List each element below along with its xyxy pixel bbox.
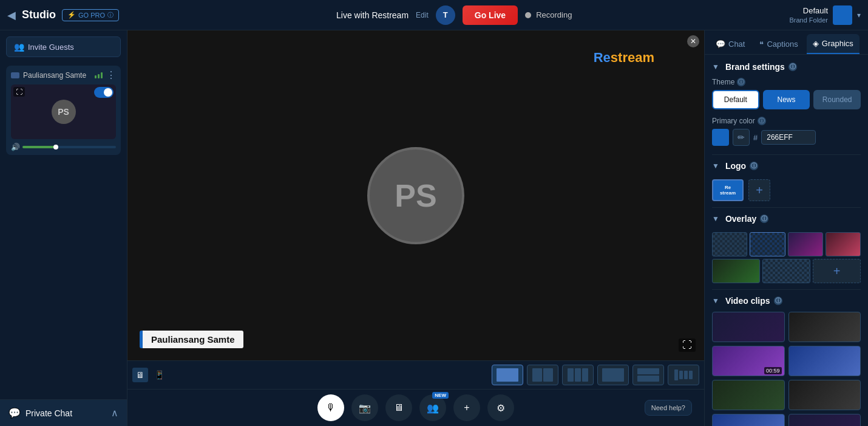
desktop-view-button[interactable]: 🖥 — [132, 368, 148, 382]
expand-button[interactable]: ⛶ — [13, 87, 25, 97]
overlay-label: Overlay — [725, 214, 756, 224]
overlay-section-title: ▼ Overlay ⓘ — [712, 214, 861, 224]
layout-block — [689, 371, 693, 379]
edit-link[interactable]: Edit — [416, 11, 429, 19]
avatar-button[interactable]: T — [436, 5, 455, 25]
chevron-down-icon[interactable]: ▾ — [857, 11, 861, 19]
divider-1 — [712, 154, 861, 155]
logo-thumbnail[interactable]: Restream — [712, 179, 744, 201]
edit-color-button[interactable]: ✏ — [733, 129, 750, 146]
theme-rounded-button[interactable]: Rounded — [813, 90, 861, 109]
layout-preset-split[interactable] — [527, 365, 558, 385]
need-help-button[interactable]: Need help? — [645, 400, 692, 416]
clip-5[interactable] — [712, 380, 785, 410]
participant-header: Pauliansang Samte ⋮ — [11, 69, 116, 81]
mobile-view-button[interactable]: 📱 — [151, 368, 168, 382]
color-swatch[interactable] — [712, 129, 729, 146]
signal-bars — [95, 72, 103, 78]
gopro-badge[interactable]: ⚡ GO PRO ⓘ — [62, 9, 119, 21]
clip-3[interactable]: 00:59 — [712, 346, 785, 376]
clip-8[interactable]: 00:59 — [788, 414, 861, 426]
topbar-right-section: Default Brand Folder ▾ — [789, 5, 861, 25]
clip-7[interactable]: 00:23 — [712, 414, 785, 426]
go-live-button[interactable]: Go Live — [463, 5, 518, 25]
volume-bar[interactable] — [22, 146, 116, 148]
participant-card: Pauliansang Samte ⋮ ⛶ PS 🔊 — [6, 66, 121, 155]
clip-1[interactable] — [712, 312, 785, 342]
three-dots-button[interactable]: ⋮ — [106, 69, 116, 81]
private-chat-bar[interactable]: 💬 Private Chat ∧ — [0, 399, 127, 426]
avatar: PS — [52, 100, 76, 124]
overlay-thumb-5[interactable] — [712, 259, 760, 283]
close-overlay-button[interactable]: ✕ — [687, 35, 699, 47]
add-overlay-button[interactable]: + — [813, 259, 861, 283]
overlay-thumb-4[interactable] — [826, 232, 861, 256]
signal-bar-1 — [95, 75, 97, 78]
screen-share-button[interactable]: 🖥 — [385, 394, 412, 421]
hex-input[interactable] — [761, 130, 816, 145]
layout-toolbar: 🖥 📱 — [127, 360, 704, 389]
main-layout: 👥 Invite Guests Pauliansang Samte ⋮ — [0, 30, 868, 426]
fullscreen-button[interactable]: ⛶ — [679, 338, 696, 352]
overlay-row2: + — [712, 259, 861, 283]
volume-fill — [22, 146, 55, 148]
layout-preset-side[interactable] — [597, 365, 629, 385]
clip-6[interactable] — [788, 380, 861, 410]
collapse-arrow-icon[interactable]: ▼ — [712, 63, 719, 71]
controls-bar: 🎙 📷 🖥 👥 NEW + ⚙ — [127, 389, 704, 426]
overlay-thumb-1[interactable] — [712, 232, 747, 256]
layout-preset-filmstrip[interactable] — [668, 365, 699, 385]
gopro-info-icon: ⓘ — [107, 11, 114, 19]
add-button[interactable]: + — [453, 394, 480, 421]
sidebar-right: 💬 Chat ❝ Captions ◈ Graphics ▼ Brand set… — [704, 30, 868, 426]
layout-preset-wide[interactable] — [632, 365, 664, 385]
guests-button[interactable]: 👥 NEW — [419, 394, 446, 421]
mic-icon: 🎙 — [326, 402, 336, 413]
overlay-thumb-2[interactable] — [750, 232, 785, 256]
layout-block — [679, 371, 683, 379]
studio-label: Studio — [22, 9, 56, 21]
mic-button[interactable]: 🎙 — [317, 394, 344, 421]
layout-blocks — [674, 369, 693, 380]
layout-block — [532, 368, 542, 382]
theme-info-icon[interactable]: ⓘ — [737, 78, 745, 86]
add-logo-button[interactable]: + — [748, 179, 770, 201]
recording-dot — [525, 12, 531, 18]
participant-preview: ⛶ PS — [11, 84, 116, 139]
brand-settings-info-icon[interactable]: ⓘ — [788, 63, 797, 71]
video-clips-title: ▼ Video clips ⓘ — [712, 296, 861, 306]
logo-collapse-icon[interactable]: ▼ — [712, 162, 719, 170]
tab-captions[interactable]: ❝ Captions — [753, 34, 804, 54]
clip-2[interactable] — [788, 312, 861, 342]
theme-news-button[interactable]: News — [763, 90, 810, 109]
logo-info-icon[interactable]: ⓘ — [750, 162, 758, 170]
view-mode-buttons: 🖥 📱 — [132, 368, 168, 382]
invite-guests-button[interactable]: 👥 Invite Guests — [6, 36, 121, 57]
clips-collapse-icon[interactable]: ▼ — [712, 297, 719, 305]
layout-preset-full[interactable] — [492, 365, 523, 385]
primary-color-text: Primary color — [712, 117, 755, 125]
theme-default-button[interactable]: Default — [712, 90, 759, 109]
overlay-thumb-6[interactable] — [762, 259, 810, 283]
primary-color-info-icon[interactable]: ⓘ — [758, 117, 766, 125]
tab-chat[interactable]: 💬 Chat — [710, 34, 751, 54]
layout-preset-triple[interactable] — [562, 365, 594, 385]
signal-bar-2 — [98, 74, 100, 78]
settings-button[interactable]: ⚙ — [487, 394, 514, 421]
volume-handle[interactable] — [53, 145, 58, 149]
volume-icon: 🔊 — [11, 143, 20, 151]
controls-bar-wrapper: 🎙 📷 🖥 👥 NEW + ⚙ Need hel — [127, 389, 704, 426]
overlay-thumb-3[interactable] — [788, 232, 823, 256]
overlay-info-icon[interactable]: ⓘ — [760, 215, 768, 223]
tab-graphics[interactable]: ◈ Graphics — [807, 34, 860, 54]
live-with-text: Live with Restream — [336, 10, 409, 20]
overlay-collapse-icon[interactable]: ▼ — [712, 215, 719, 223]
topbar-right: Default Brand Folder — [789, 6, 828, 24]
back-button[interactable]: ◀ — [7, 9, 16, 22]
brand-folder-icon[interactable] — [833, 5, 852, 25]
camera-button[interactable]: 📷 — [351, 394, 378, 421]
clips-info-icon[interactable]: ⓘ — [774, 297, 782, 305]
gopro-star-icon: ⚡ — [67, 11, 76, 19]
toggle-switch[interactable] — [94, 87, 114, 98]
clip-4[interactable] — [788, 346, 861, 376]
